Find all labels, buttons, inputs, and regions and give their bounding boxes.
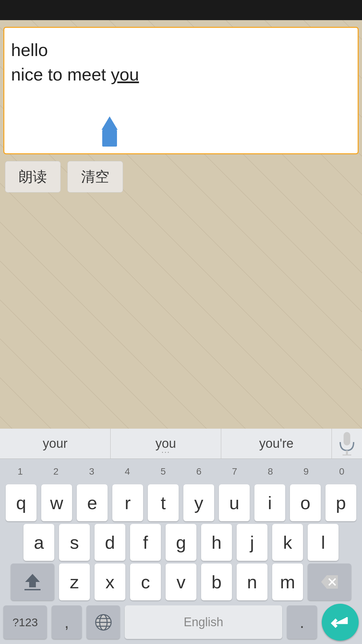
num-key-1[interactable]: 1 (3, 462, 37, 482)
svg-rect-2 (343, 454, 351, 455)
globe-icon (94, 613, 113, 632)
key-e[interactable]: e (77, 484, 108, 521)
space-key[interactable]: English (125, 605, 282, 639)
read-aloud-button[interactable]: 朗读 (5, 161, 61, 193)
enter-icon (330, 614, 350, 631)
number-row: 1 2 3 4 5 6 7 8 9 0 (0, 459, 362, 483)
shift-icon (24, 574, 41, 590)
key-p[interactable]: p (325, 484, 356, 521)
key-s[interactable]: s (59, 524, 90, 561)
suggestions-bar: your you ··· you're (0, 429, 362, 459)
clear-button[interactable]: 清空 (67, 161, 123, 193)
asdf-row: a s d f g h j k l (0, 523, 362, 562)
num-key-0[interactable]: 0 (325, 462, 359, 482)
key-n[interactable]: n (237, 564, 267, 600)
key-b[interactable]: b (201, 564, 232, 600)
key-h[interactable]: h (201, 524, 232, 561)
num-key-5[interactable]: 5 (146, 462, 180, 482)
num-key-2[interactable]: 2 (39, 462, 73, 482)
suggestion-dots: ··· (161, 447, 170, 457)
key-d[interactable]: d (95, 524, 125, 561)
key-w[interactable]: w (41, 484, 72, 521)
suggestion-you[interactable]: you ··· (111, 429, 221, 459)
key-f[interactable]: f (130, 524, 161, 561)
comma-key[interactable]: , (52, 605, 82, 639)
key-c[interactable]: c (130, 564, 161, 600)
num-key-7[interactable]: 7 (218, 462, 252, 482)
action-buttons: 朗读 清空 (0, 154, 362, 199)
backspace-icon (319, 574, 340, 590)
num-key-6[interactable]: 6 (182, 462, 216, 482)
key-l[interactable]: l (308, 524, 339, 561)
svg-rect-1 (346, 450, 348, 454)
key-o[interactable]: o (290, 484, 321, 521)
key-r[interactable]: r (112, 484, 143, 521)
bottom-row: ?123 , English . (0, 602, 362, 644)
mic-button[interactable] (332, 432, 362, 455)
text-line2: nice to meet you (11, 62, 351, 87)
key-y[interactable]: y (183, 484, 214, 521)
key-j[interactable]: j (237, 524, 267, 561)
text-content: hello nice to meet you (11, 38, 351, 87)
text-cursor (102, 116, 118, 147)
num-key-4[interactable]: 4 (111, 462, 144, 482)
enter-key[interactable] (322, 604, 359, 641)
suggestion-youre[interactable]: you're (221, 429, 332, 459)
key-a[interactable]: a (23, 524, 54, 561)
qwerty-row: q w e r t y u i o p (0, 483, 362, 523)
period-key[interactable]: . (287, 605, 317, 639)
globe-key[interactable] (86, 605, 120, 639)
suggestion-your[interactable]: your (0, 429, 111, 459)
key-x[interactable]: x (95, 564, 125, 600)
key-i[interactable]: i (254, 484, 285, 521)
key-t[interactable]: t (148, 484, 179, 521)
status-bar (0, 0, 362, 20)
text-line1: hello (11, 38, 351, 62)
text-input-area[interactable]: hello nice to meet you (3, 27, 359, 154)
zxcv-row: z x c v b n m (0, 562, 362, 602)
key-m[interactable]: m (272, 564, 303, 600)
num-key-3[interactable]: 3 (75, 462, 109, 482)
key-g[interactable]: g (166, 524, 196, 561)
shift-key[interactable] (11, 564, 54, 600)
symbols-key[interactable]: ?123 (3, 605, 47, 639)
key-u[interactable]: u (219, 484, 250, 521)
backspace-key[interactable] (308, 564, 351, 600)
key-q[interactable]: q (6, 484, 37, 521)
keyboard-container: your you ··· you're 1 2 3 4 5 6 7 8 9 0 (0, 429, 362, 644)
svg-rect-0 (344, 432, 350, 445)
key-v[interactable]: v (166, 564, 196, 600)
num-key-8[interactable]: 8 (253, 462, 287, 482)
key-k[interactable]: k (272, 524, 303, 561)
num-key-9[interactable]: 9 (289, 462, 323, 482)
key-z[interactable]: z (59, 564, 90, 600)
